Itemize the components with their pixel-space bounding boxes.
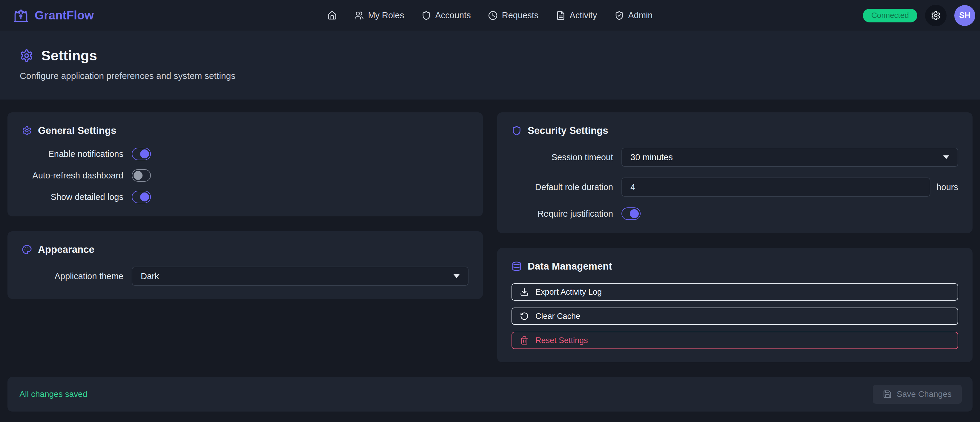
settings-nav-button[interactable] [925,5,947,26]
card-title: General Settings [38,125,116,136]
gear-icon [931,10,941,21]
brand-logo[interactable]: GrantFlow [13,8,94,23]
security-settings-card: Security Settings Session timeout 30 min… [497,112,972,233]
detailed-logs-toggle[interactable] [132,191,151,203]
saved-status-text: All changes saved [19,389,87,399]
nav-item-home[interactable] [328,11,337,20]
user-avatar[interactable]: SH [954,5,975,26]
castle-icon [13,8,29,23]
page-header: Settings Configure application preferenc… [0,31,980,100]
setting-row: Require justification [512,207,958,220]
setting-label: Default role duration [512,182,613,192]
nav-label: My Roles [368,10,404,20]
toggle-knob [134,171,143,180]
nav-label: Accounts [435,10,471,20]
setting-label: Auto-refresh dashboard [22,170,123,180]
card-title: Data Management [528,261,612,272]
page-subtitle: Configure application preferences and sy… [20,71,960,81]
setting-label: Show detailed logs [22,192,123,202]
card-title: Security Settings [528,125,608,136]
setting-row: Enable notifications [22,148,468,160]
top-navbar: GrantFlow My Roles Accounts Re [0,0,980,31]
nav-label: Requests [502,10,539,20]
setting-label: Require justification [512,209,613,219]
toggle-knob [630,209,639,218]
save-icon [883,390,892,399]
button-label: Clear Cache [535,312,580,321]
nav-item-my-roles[interactable]: My Roles [354,10,404,20]
application-theme-select[interactable]: Dark [132,267,468,286]
clock-icon [488,11,498,20]
nav-item-admin[interactable]: Admin [614,10,652,20]
duration-unit-label: hours [936,182,958,192]
trash-icon [520,336,529,345]
setting-row: Application theme Dark [22,267,468,286]
download-icon [520,288,529,296]
reset-settings-button[interactable]: Reset Settings [512,332,958,349]
setting-label: Application theme [22,271,123,281]
connection-status-badge: Connected [863,9,917,22]
brand-name: GrantFlow [35,9,94,22]
chevron-down-icon [943,155,949,159]
shield-icon [512,126,522,136]
users-icon [354,11,364,20]
auto-refresh-toggle[interactable] [132,169,151,182]
main-nav: My Roles Accounts Requests Activity [328,0,653,31]
page-title: Settings [41,47,97,64]
session-timeout-select[interactable]: 30 minutes [622,148,958,167]
settings-title-icon [20,49,33,62]
button-label: Export Activity Log [535,288,602,297]
default-role-duration-input[interactable] [622,178,931,197]
general-settings-card: General Settings Enable notifications Au… [8,112,483,217]
setting-row: Session timeout 30 minutes [512,148,958,167]
chevron-down-icon [453,274,460,278]
appearance-card: Appearance Application theme Dark [8,231,483,299]
select-value: Dark [141,271,159,281]
file-text-icon [556,11,565,20]
button-label: Reset Settings [535,336,588,345]
rotate-ccw-icon [520,312,529,321]
shield-check-icon [614,11,624,20]
toggle-knob [140,150,149,158]
data-management-card: Data Management Export Activity Log Clea… [497,248,972,362]
nav-right-cluster: Connected SH [863,5,975,26]
setting-row: Show detailed logs [22,191,468,203]
select-value: 30 minutes [630,153,673,162]
setting-row: Auto-refresh dashboard [22,169,468,182]
nav-item-requests[interactable]: Requests [488,10,539,20]
nav-label: Admin [628,10,652,20]
nav-item-accounts[interactable]: Accounts [422,10,471,20]
require-justification-toggle[interactable] [622,207,641,220]
toggle-knob [140,193,149,201]
setting-label: Session timeout [512,153,613,162]
settings-content: General Settings Enable notifications Au… [0,100,980,362]
setting-row: Default role duration hours [512,178,958,197]
clear-cache-button[interactable]: Clear Cache [512,307,958,325]
shield-icon [422,11,431,20]
nav-item-activity[interactable]: Activity [556,10,597,20]
save-footer-bar: All changes saved Save Changes [8,377,972,412]
save-changes-button[interactable]: Save Changes [873,385,962,404]
gear-icon [22,126,32,136]
home-icon [328,11,337,20]
card-title: Appearance [38,244,94,255]
palette-icon [22,244,32,255]
setting-label: Enable notifications [22,149,123,159]
database-icon [512,261,522,271]
export-activity-log-button[interactable]: Export Activity Log [512,283,958,301]
nav-label: Activity [570,10,597,20]
save-button-label: Save Changes [897,389,951,399]
enable-notifications-toggle[interactable] [132,148,151,160]
